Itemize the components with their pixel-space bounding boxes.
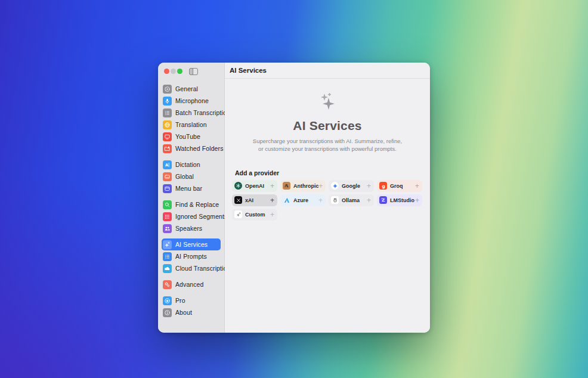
sidebar-item-general[interactable]: General: [162, 83, 221, 95]
provider-tile-lmstudio[interactable]: LMStudio+: [377, 194, 422, 206]
provider-tile-google[interactable]: Google+: [329, 180, 374, 192]
sidebar-item-label: Global: [175, 173, 194, 180]
display-icon: [163, 132, 172, 141]
add-provider-plus-icon[interactable]: +: [270, 197, 274, 204]
add-provider-plus-icon[interactable]: +: [270, 182, 274, 190]
page-title: AI Services: [230, 67, 267, 74]
sidebar-item-about[interactable]: About: [162, 306, 221, 318]
lmstudio-logo: [379, 196, 387, 204]
settings-window: GeneralMicrophoneBatch TranscriptionTran…: [158, 63, 430, 333]
sidebar-item-label: About: [175, 309, 192, 316]
sidebar-item-label: Advanced: [175, 281, 204, 288]
content-header: AI Services: [225, 63, 430, 79]
traffic-lights: [164, 69, 182, 74]
sidebar-item-watched-folders[interactable]: Watched Folders: [162, 142, 221, 154]
anthropic-logo: [283, 182, 290, 190]
add-provider-plus-icon[interactable]: +: [415, 182, 419, 190]
window-titlebar: [158, 63, 224, 80]
add-provider-label: Add a provider: [235, 169, 430, 176]
info-icon: [163, 308, 172, 317]
add-provider-plus-icon[interactable]: +: [367, 197, 371, 204]
xai-logo: [234, 196, 242, 204]
sidebar-item-ai-services[interactable]: AI Services: [162, 238, 221, 250]
sidebar-item-label: AI Services: [175, 241, 208, 248]
segments-icon: [163, 212, 172, 221]
provider-name: Groq: [390, 183, 403, 189]
hero-subtitle-line2: or customize your transcriptions with po…: [225, 145, 430, 153]
sparkle-icon: [163, 240, 172, 249]
azure-logo: [283, 196, 290, 204]
sidebar-item-label: Ignored Segments: [175, 213, 227, 220]
list-icon: [163, 252, 172, 261]
sidebar-group: GeneralMicrophoneBatch TranscriptionTran…: [162, 83, 221, 154]
window-icon: [163, 172, 172, 181]
provider-name: OpenAI: [245, 183, 264, 189]
menubar-icon: [163, 184, 172, 193]
provider-tile-custom[interactable]: Custom+: [232, 209, 277, 221]
folder-icon: [163, 144, 172, 153]
sidebar-toggle-icon[interactable]: [189, 68, 198, 75]
provider-name: Anthropic: [293, 183, 319, 189]
provider-tile-openai[interactable]: OpenAI+: [232, 180, 277, 192]
sidebar-item-label: Menu bar: [175, 185, 202, 192]
hero-section: AI Services Supercharge your transcripti…: [225, 79, 430, 153]
sidebar-group: AI ServicesAI PromptsCloud Transcription: [162, 238, 221, 274]
content-body: AI Services Supercharge your transcripti…: [225, 79, 430, 333]
globe-icon: [163, 120, 172, 129]
sidebar-item-speakers[interactable]: Speakers: [162, 222, 221, 234]
add-provider-plus-icon[interactable]: +: [270, 211, 274, 218]
sidebar-item-label: Batch Transcription: [175, 109, 230, 116]
sidebar-item-pro[interactable]: Pro: [162, 295, 221, 306]
sidebar-item-menu-bar[interactable]: Menu bar: [162, 182, 221, 194]
sidebar-group: ProAbout: [162, 295, 221, 318]
custom-sparkle-logo: [234, 210, 242, 218]
star-icon: [163, 296, 172, 305]
sidebar-group: Advanced: [162, 278, 221, 290]
sidebar-item-advanced[interactable]: Advanced: [162, 278, 221, 290]
add-provider-plus-icon[interactable]: +: [415, 197, 419, 204]
add-provider-plus-icon[interactable]: +: [318, 197, 323, 204]
minimize-button[interactable]: [171, 69, 176, 74]
desktop-wallpaper: GeneralMicrophoneBatch TranscriptionTran…: [0, 0, 588, 378]
general-icon: [163, 85, 172, 94]
microphone-icon: [163, 97, 172, 106]
provider-tile-azure[interactable]: Azure+: [280, 194, 326, 206]
provider-grid: OpenAI+Anthropic+Google+gGroq+xAI+Azure+…: [232, 180, 423, 221]
sidebar-item-microphone[interactable]: Microphone: [162, 95, 221, 107]
svg-text:g: g: [382, 183, 385, 188]
sidebar-item-global[interactable]: Global: [162, 171, 221, 182]
sparkles-icon: [317, 92, 338, 113]
provider-tile-anthropic[interactable]: Anthropic+: [280, 180, 326, 192]
sidebar-item-cloud-transcription[interactable]: Cloud Transcription: [162, 262, 221, 274]
sidebar-item-label: Speakers: [175, 225, 202, 232]
provider-name: Google: [342, 183, 360, 189]
sidebar-item-label: Translation: [175, 121, 207, 128]
sidebar-item-batch-transcription[interactable]: Batch Transcription: [162, 107, 221, 119]
provider-tile-groq[interactable]: gGroq+: [377, 180, 422, 192]
sidebar-item-find-and-replace[interactable]: Find & Replace: [162, 199, 221, 210]
sidebar-item-label: Cloud Transcription: [175, 265, 230, 272]
sidebar-item-translation[interactable]: Translation: [162, 119, 221, 131]
groq-logo: g: [379, 182, 387, 190]
provider-name: xAI: [245, 197, 253, 203]
sidebar-nav: GeneralMicrophoneBatch TranscriptionTran…: [158, 80, 224, 318]
provider-name: Custom: [245, 212, 265, 218]
sidebar-item-label: Find & Replace: [175, 201, 219, 208]
zoom-button[interactable]: [177, 69, 182, 74]
sidebar-item-label: AI Prompts: [175, 253, 207, 260]
add-provider-plus-icon[interactable]: +: [319, 182, 323, 190]
sidebar-item-youtube[interactable]: YouTube: [162, 131, 221, 142]
sidebar-item-ignored-segments[interactable]: Ignored Segments: [162, 210, 221, 222]
ollama-logo: [331, 196, 339, 204]
add-provider-plus-icon[interactable]: +: [367, 182, 371, 190]
provider-name: LMStudio: [390, 197, 414, 203]
sidebar-item-label: Watched Folders: [175, 145, 223, 152]
hero-subtitle-line1: Supercharge your transcriptions with AI.…: [225, 137, 430, 145]
list-icon: [163, 109, 172, 117]
sidebar-item-dictation[interactable]: ADictation: [162, 159, 221, 171]
provider-tile-xai[interactable]: xAI+: [232, 194, 277, 206]
hero-title: AI Services: [225, 119, 430, 133]
sidebar-item-ai-prompts[interactable]: AI Prompts: [162, 250, 221, 262]
close-button[interactable]: [164, 69, 169, 74]
provider-tile-ollama[interactable]: Ollama+: [329, 194, 374, 206]
